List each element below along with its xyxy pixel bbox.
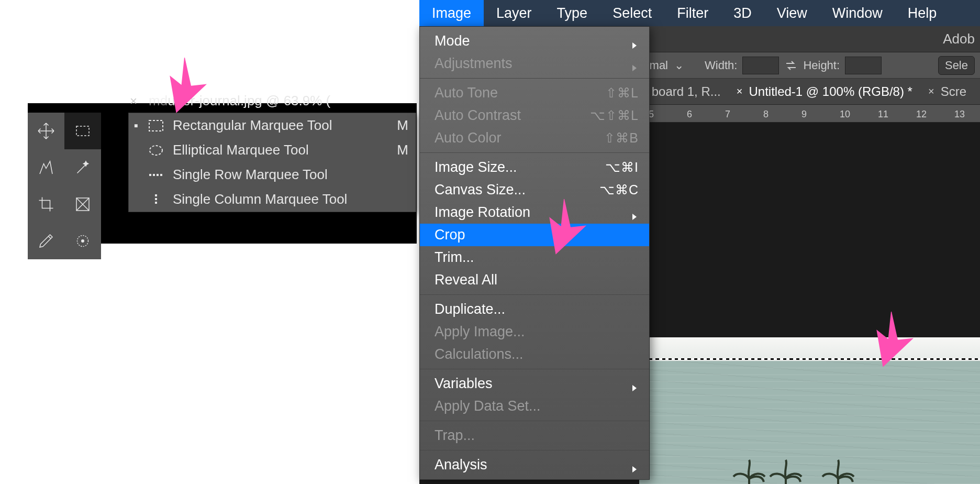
menu-item-reveal-all[interactable]: Reveal All xyxy=(420,269,649,291)
app-name: Adob xyxy=(943,31,975,47)
ruler-tick: 8 xyxy=(763,109,769,120)
image-menu-dropdown: ModeAdjustmentsAuto Tone⇧⌘LAuto Contrast… xyxy=(419,26,650,480)
ruler-tick: 9 xyxy=(801,109,807,120)
marquee-option[interactable]: ■Single Column Marquee Tool xyxy=(129,187,416,212)
swap-icon[interactable] xyxy=(784,59,798,72)
left-tool-panel: ×mduper-journal.jpg @ 63.9% ( ■Rectangul… xyxy=(28,103,417,244)
menu-item-analysis[interactable]: Analysis xyxy=(420,454,649,476)
menu-item-adjustments: Adjustments xyxy=(420,52,649,75)
menu-item-label: Variables xyxy=(435,376,626,392)
marquee-option[interactable]: ■Rectangular Marquee ToolM xyxy=(129,113,416,138)
eyedropper-tool[interactable] xyxy=(28,223,64,259)
shortcut: ⇧⌘B xyxy=(604,130,639,146)
doc-tab[interactable]: ×Scre xyxy=(928,84,966,99)
menu-item-mode[interactable]: Mode xyxy=(420,30,649,52)
menu-view[interactable]: View xyxy=(764,0,820,26)
submenu-arrow-icon xyxy=(630,380,639,388)
menu-item-label: Auto Contrast xyxy=(435,107,590,124)
ruler-tick: 10 xyxy=(840,109,850,120)
lasso-tool[interactable] xyxy=(28,149,64,186)
menu-layer[interactable]: Layer xyxy=(484,0,544,26)
close-icon[interactable]: × xyxy=(130,94,137,108)
menu-type[interactable]: Type xyxy=(544,0,600,26)
menu-item-canvas-size[interactable]: Canvas Size...⌥⌘C xyxy=(420,179,649,201)
doc-tab[interactable]: ×Untitled-1 @ 100% (RGB/8) * xyxy=(737,84,912,99)
menu-item-label: Analysis xyxy=(435,457,626,473)
ruler-tick: 12 xyxy=(916,109,927,120)
menu-item-label: Duplicate... xyxy=(435,301,639,317)
doc-tab[interactable]: ×board 1, R... xyxy=(639,84,721,99)
width-input[interactable] xyxy=(742,57,779,74)
menu-item-label: Crop xyxy=(435,227,639,243)
marquee-flyout-menu: ■Rectangular Marquee ToolM■Elliptical Ma… xyxy=(128,113,416,212)
menu-item-label: Calculations... xyxy=(435,346,639,362)
palm-graphic xyxy=(765,453,807,484)
marquee-label: Elliptical Marquee Tool xyxy=(173,142,389,158)
menu-item-trap: Trap... xyxy=(420,424,649,447)
menu-item-crop[interactable]: Crop xyxy=(420,224,649,246)
move-tool[interactable] xyxy=(28,113,64,149)
menu-item-label: Image Rotation xyxy=(435,204,626,221)
submenu-arrow-icon xyxy=(630,208,639,217)
menu-item-auto-contrast: Auto Contrast⌥⇧⌘L xyxy=(420,104,649,127)
ruler-tick: 11 xyxy=(878,109,888,120)
menu-item-label: Apply Image... xyxy=(435,324,639,340)
shortcut: ⌥⇧⌘L xyxy=(590,108,639,123)
marquee-label: Rectangular Marquee Tool xyxy=(173,117,389,134)
rect-marquee-icon xyxy=(147,119,165,132)
menu-item-image-size[interactable]: Image Size...⌥⌘I xyxy=(420,156,649,179)
menu-help[interactable]: Help xyxy=(895,0,950,26)
menu-select[interactable]: Select xyxy=(600,0,664,26)
svg-rect-4 xyxy=(149,120,163,131)
submenu-arrow-icon xyxy=(630,37,639,46)
magic-wand-tool[interactable] xyxy=(64,149,101,186)
menu-item-label: Auto Tone xyxy=(435,85,606,101)
svg-rect-0 xyxy=(76,126,89,136)
doc-tab-label: Untitled-1 @ 100% (RGB/8) * xyxy=(749,84,912,99)
menu-item-duplicate[interactable]: Duplicate... xyxy=(420,298,649,321)
menu-item-auto-tone: Auto Tone⇧⌘L xyxy=(420,82,649,104)
canvas-sea xyxy=(639,361,980,484)
menu-item-label: Trap... xyxy=(435,427,639,444)
rectangular-marquee-tool[interactable] xyxy=(64,113,101,149)
crop-tool[interactable] xyxy=(28,186,64,223)
right-window: ImageLayerTypeSelectFilter3DViewWindowHe… xyxy=(419,0,980,484)
submenu-arrow-icon xyxy=(630,461,639,469)
menu-item-calculations: Calculations... xyxy=(420,343,649,366)
menu-item-auto-color: Auto Color⇧⌘B xyxy=(420,127,649,149)
menu-item-image-rotation[interactable]: Image Rotation xyxy=(420,201,649,224)
menu-window[interactable]: Window xyxy=(820,0,895,26)
menu-image[interactable]: Image xyxy=(419,0,484,26)
ruler-tick: 13 xyxy=(954,109,965,120)
palm-graphic xyxy=(728,453,770,484)
canvas[interactable] xyxy=(639,123,980,484)
frame-tool[interactable] xyxy=(64,186,101,223)
marquee-option[interactable]: ■Single Row Marquee Tool xyxy=(129,162,416,187)
select-button[interactable]: Sele xyxy=(938,56,975,75)
menu-item-trim[interactable]: Trim... xyxy=(420,246,649,269)
spot-heal-tool[interactable] xyxy=(64,223,101,259)
toolbar xyxy=(28,113,101,259)
marquee-selection-edge xyxy=(639,358,980,360)
close-icon[interactable]: × xyxy=(928,85,934,97)
chevron-down-icon: ⌄ xyxy=(674,59,684,72)
shortcut: ⌥⌘I xyxy=(605,160,639,175)
menu-3d[interactable]: 3D xyxy=(721,0,764,26)
menu-filter[interactable]: Filter xyxy=(664,0,721,26)
shortcut: ⌥⌘C xyxy=(599,182,639,197)
shortcut: M xyxy=(397,117,408,134)
menu-item-variables[interactable]: Variables xyxy=(420,372,649,395)
marquee-option[interactable]: ■Elliptical Marquee ToolM xyxy=(129,138,416,162)
ruler: 5678910111213 xyxy=(639,105,980,123)
height-input[interactable] xyxy=(845,57,882,74)
col-marquee-icon xyxy=(147,193,165,206)
menu-item-label: Auto Color xyxy=(435,130,604,146)
ruler-tick: 7 xyxy=(725,109,730,120)
palm-graphic xyxy=(817,453,859,484)
marquee-label: Single Column Marquee Tool xyxy=(173,191,401,207)
menu-item-label: Mode xyxy=(435,33,626,49)
close-icon[interactable]: × xyxy=(737,85,743,97)
menu-item-label: Trim... xyxy=(435,249,639,266)
row-marquee-icon xyxy=(147,169,165,181)
svg-point-5 xyxy=(150,146,162,155)
